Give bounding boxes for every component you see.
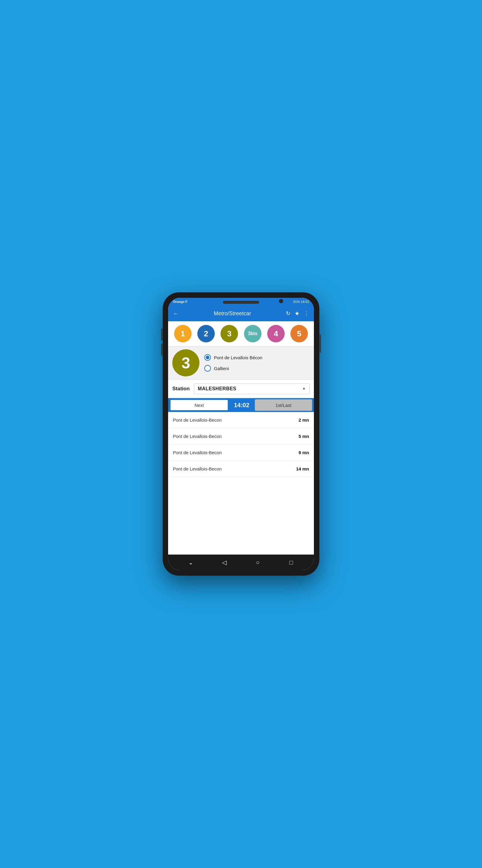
- bottom-nav: ⌄ ◁ ○ □: [168, 555, 314, 570]
- line-3-button[interactable]: 3: [221, 325, 238, 342]
- phone-frame: Orange F 91% 14:02 ← Metro/Streetcar ↻ ★…: [163, 292, 319, 576]
- more-icon[interactable]: ⋮: [304, 310, 309, 317]
- time-1: 2 mn: [298, 417, 309, 423]
- app-bar-actions: ↻ ★ ⋮: [286, 310, 309, 317]
- line-4-button[interactable]: 4: [267, 325, 285, 342]
- radio-dir1[interactable]: [204, 354, 211, 361]
- station-row: Station MALESHERBES ▼: [168, 379, 314, 398]
- battery-label: 91% 14:02: [293, 300, 309, 304]
- departure-row: Pont de Levallois-Becon 14 mn: [168, 461, 314, 477]
- direction-options: Pont de Levallois Bécon Gallieni: [204, 354, 262, 372]
- power-button: [320, 335, 321, 352]
- back-triangle-icon: ◁: [222, 559, 227, 566]
- departure-row: Pont de Levallois-Becon 2 mn: [168, 412, 314, 428]
- carrier-label: Orange F: [173, 300, 187, 304]
- selected-line-display: 3: [172, 349, 199, 376]
- recent-square-icon: □: [289, 559, 293, 566]
- destination-1: Pont de Levallois-Becon: [173, 417, 222, 423]
- direction-option-1[interactable]: Pont de Levallois Bécon: [204, 354, 262, 361]
- home-circle-icon: ○: [256, 559, 259, 566]
- next-tab[interactable]: Next: [170, 399, 228, 411]
- app-title: Metro/Streetcar: [183, 310, 282, 317]
- status-right: 91% 14:02: [293, 300, 309, 304]
- back-button[interactable]: ←: [173, 310, 179, 317]
- line-2-button[interactable]: 2: [197, 325, 215, 342]
- current-time: 14:02: [228, 402, 255, 409]
- status-bar: Orange F 91% 14:02: [168, 298, 314, 306]
- chevron-down-icon: ▼: [302, 387, 306, 391]
- destination-3: Pont de Levallois-Becon: [173, 450, 222, 455]
- nav-home-button[interactable]: ○: [252, 556, 264, 568]
- direction-section: 3 Pont de Levallois Bécon Gallieni: [168, 346, 314, 379]
- time-4: 14 mn: [296, 466, 309, 471]
- radio-dir2[interactable]: [204, 365, 211, 372]
- nav-down-button[interactable]: ⌄: [185, 556, 197, 568]
- app-bar: ← Metro/Streetcar ↻ ★ ⋮: [168, 306, 314, 321]
- line-5-button[interactable]: 5: [290, 325, 308, 342]
- station-label: Station: [172, 386, 190, 392]
- destination-2: Pont de Levallois-Becon: [173, 434, 222, 439]
- station-name: MALESHERBES: [198, 386, 236, 392]
- departure-row: Pont de Levallois-Becon 9 mn: [168, 444, 314, 461]
- direction-option-2[interactable]: Gallieni: [204, 365, 262, 372]
- chevron-down-icon: ⌄: [188, 559, 193, 566]
- line-3bis-button[interactable]: 3bis: [244, 325, 261, 342]
- favorite-icon[interactable]: ★: [295, 310, 299, 317]
- station-dropdown[interactable]: MALESHERBES ▼: [194, 383, 310, 394]
- time-3: 9 mn: [298, 450, 309, 455]
- tab-row: Next 14:02 1st/Last: [168, 398, 314, 412]
- time-2: 5 mn: [298, 434, 309, 439]
- vol-down-button: [161, 344, 162, 355]
- nav-back-button[interactable]: ◁: [218, 556, 230, 568]
- destination-4: Pont de Levallois-Becon: [173, 466, 222, 471]
- line-1-button[interactable]: 1: [174, 325, 192, 342]
- departure-row: Pont de Levallois-Becon 5 mn: [168, 428, 314, 444]
- lines-row: 1 2 3 3bis 4 5: [168, 321, 314, 346]
- nav-recent-button[interactable]: □: [285, 556, 297, 568]
- direction-1-label: Pont de Levallois Bécon: [214, 355, 262, 360]
- refresh-icon[interactable]: ↻: [286, 310, 290, 317]
- direction-2-label: Gallieni: [214, 366, 229, 371]
- phone-screen: Orange F 91% 14:02 ← Metro/Streetcar ↻ ★…: [168, 298, 314, 570]
- departures-list: Pont de Levallois-Becon 2 mn Pont de Lev…: [168, 412, 314, 555]
- vol-up-button: [161, 329, 162, 341]
- first-last-tab[interactable]: 1st/Last: [255, 399, 312, 411]
